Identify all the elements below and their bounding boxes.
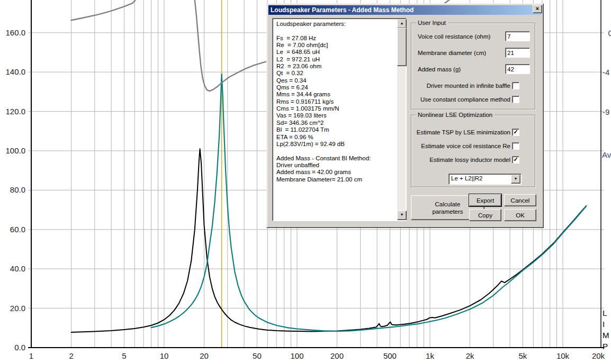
export-button[interactable]: Export bbox=[469, 194, 501, 206]
svg-text:1k: 1k bbox=[426, 351, 434, 360]
svg-text:1: 1 bbox=[29, 351, 33, 360]
loudspeaker-parameters-dialog: Loudspeaker Parameters - Added Mass Meth… bbox=[266, 3, 544, 228]
voice-coil-resistance-label: Voice coil resistance (ohm) bbox=[418, 33, 490, 40]
svg-text:I: I bbox=[603, 320, 605, 329]
estimate-re-checkbox[interactable] bbox=[512, 142, 519, 150]
copy-button[interactable]: Copy bbox=[469, 209, 501, 221]
lse-legend: Nonlinear LSE Optimization bbox=[416, 112, 495, 118]
added-mass-label: Added mass (g) bbox=[418, 66, 461, 72]
scroll-up-icon[interactable]: ▲ bbox=[397, 19, 407, 29]
svg-text:50: 50 bbox=[253, 351, 262, 360]
chevron-down-icon[interactable]: ▼ bbox=[511, 175, 520, 184]
svg-text:20k: 20k bbox=[592, 351, 605, 360]
svg-text:100.0: 100.0 bbox=[5, 146, 25, 155]
added-mass-input[interactable] bbox=[505, 64, 530, 74]
svg-text:-4: -4 bbox=[603, 68, 609, 77]
svg-text:140.0: 140.0 bbox=[5, 67, 25, 76]
svg-text:160.0: 160.0 bbox=[5, 28, 25, 37]
cancel-button[interactable]: Cancel bbox=[504, 194, 536, 206]
svg-text:60.0: 60.0 bbox=[10, 225, 25, 234]
svg-text:M: M bbox=[603, 331, 609, 340]
svg-text:120.0: 120.0 bbox=[5, 107, 25, 116]
svg-text:10: 10 bbox=[160, 351, 169, 360]
svg-text:100: 100 bbox=[290, 351, 303, 360]
svg-text:L: L bbox=[603, 308, 607, 317]
dialog-titlebar[interactable]: Loudspeaker Parameters - Added Mass Meth… bbox=[268, 5, 542, 15]
inductor-model-combobox[interactable]: Le + L2||R2 ▼ bbox=[448, 174, 522, 185]
svg-text:5: 5 bbox=[122, 351, 126, 360]
svg-text:80.0: 80.0 bbox=[10, 185, 25, 194]
estimate-tsp-label: Estimate TSP by LSE minimization bbox=[417, 129, 510, 135]
voice-coil-resistance-input[interactable] bbox=[505, 31, 530, 41]
infinite-baffle-checkbox[interactable] bbox=[512, 82, 519, 89]
user-input-group: User Input Voice coil resistance (ohm) M… bbox=[411, 23, 535, 110]
svg-text:40.0: 40.0 bbox=[10, 264, 25, 273]
svg-text:200: 200 bbox=[330, 351, 344, 360]
svg-text:0: 0 bbox=[608, 29, 611, 38]
parameters-text: Loudspeaker parameters: Fs = 27.08 Hz Re… bbox=[276, 21, 396, 220]
scrollbar-thumb[interactable] bbox=[397, 28, 407, 66]
svg-text:-9: -9 bbox=[603, 107, 609, 116]
estimate-re-label: Estimate voice coil resistance Re bbox=[421, 143, 510, 149]
infinite-baffle-label: Driver mounted in infinite baffle bbox=[427, 83, 510, 89]
listbox-scrollbar[interactable]: ▲ ▼ bbox=[397, 19, 406, 220]
svg-text:20: 20 bbox=[200, 351, 209, 360]
svg-text:20.0: 20.0 bbox=[10, 304, 25, 313]
svg-text:500: 500 bbox=[383, 351, 397, 360]
ok-button[interactable]: OK bbox=[504, 209, 536, 221]
user-input-legend: User Input bbox=[416, 20, 448, 26]
membrane-diameter-label: Membrane diameter (cm) bbox=[418, 50, 486, 56]
scroll-down-icon[interactable]: ▼ bbox=[397, 211, 407, 220]
svg-text:2: 2 bbox=[69, 351, 73, 360]
membrane-diameter-input[interactable] bbox=[505, 48, 530, 58]
svg-text:Av: Av bbox=[602, 150, 611, 159]
svg-text:2k: 2k bbox=[466, 351, 474, 360]
close-icon[interactable]: × bbox=[533, 5, 542, 13]
svg-text:0.0: 0.0 bbox=[14, 343, 25, 352]
parameters-listbox[interactable]: Loudspeaker parameters: Fs = 27.08 Hz Re… bbox=[272, 18, 407, 221]
estimate-tsp-checkbox[interactable]: ✓ bbox=[512, 129, 519, 136]
inductor-model-value: Le + L2||R2 bbox=[451, 175, 482, 181]
svg-text:P: P bbox=[603, 342, 608, 351]
svg-text:5k: 5k bbox=[519, 351, 527, 360]
estimate-lossy-inductor-checkbox[interactable]: ✓ bbox=[512, 156, 519, 163]
lse-optimization-group: Nonlinear LSE Optimization Estimate TSP … bbox=[411, 115, 535, 187]
dialog-title: Loudspeaker Parameters - Added Mass Meth… bbox=[268, 6, 414, 14]
limp-main-window: 0.020.040.060.080.0100.0120.0140.0160.01… bbox=[0, 0, 611, 364]
estimate-lossy-inductor-label: Estimate lossy inductor model bbox=[429, 157, 510, 163]
svg-text:10k: 10k bbox=[556, 351, 570, 360]
constant-compliance-label: Use constant compliance method bbox=[420, 96, 510, 103]
constant-compliance-checkbox[interactable] bbox=[512, 96, 519, 103]
